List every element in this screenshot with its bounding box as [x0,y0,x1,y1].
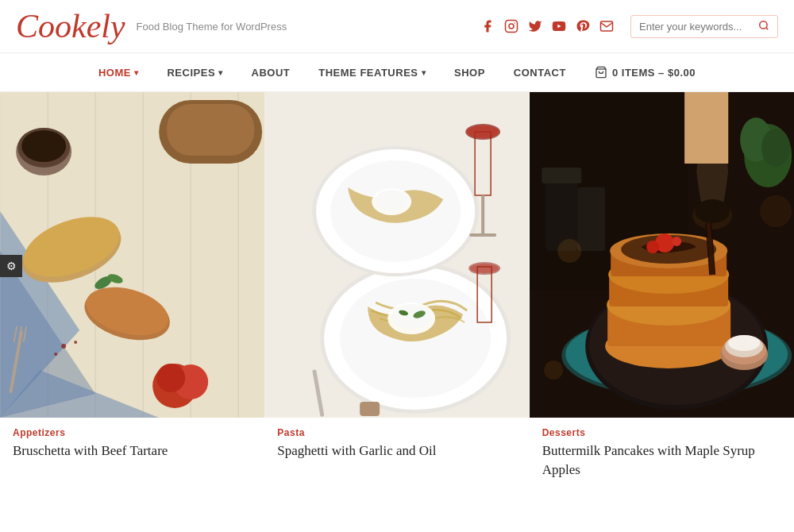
svg-point-1 [509,24,514,29]
svg-point-79 [646,241,659,253]
svg-rect-95 [577,187,605,251]
card-3-title: Buttermilk Pancakes with Maple Syrup App… [530,441,794,480]
svg-rect-30 [167,104,254,156]
nav-item-recipes[interactable]: RECIPES ▾ [152,54,237,91]
card-1: Appetizers Bruschetta with Beef Tartare [0,92,264,488]
social-icons-group [480,18,615,34]
svg-point-97 [760,195,792,227]
search-input[interactable] [639,21,758,33]
settings-gear-button[interactable]: ⚙ [0,255,22,277]
svg-point-34 [54,353,57,356]
svg-rect-62 [360,402,380,416]
logo-area: Cookely Food Blog Theme for WordPress [16,10,287,43]
youtube-icon[interactable] [551,18,567,34]
svg-point-33 [74,341,77,344]
svg-point-55 [467,125,499,138]
facebook-icon[interactable] [480,18,495,34]
svg-rect-89 [684,92,728,164]
svg-point-98 [544,360,563,380]
svg-point-96 [557,239,581,263]
svg-point-4 [760,21,767,28]
card-3-image[interactable] [530,92,794,418]
nav-item-theme-features[interactable]: THEME FEATURES ▾ [304,54,440,91]
header-right [480,15,778,38]
cart-icon [595,66,607,79]
chevron-down-icon: ▾ [422,68,426,77]
svg-rect-56 [481,195,484,235]
cart-label: 0 ITEMS – $0.00 [612,67,696,79]
svg-line-5 [766,27,769,29]
svg-point-84 [728,335,760,351]
chevron-down-icon: ▾ [218,68,223,77]
svg-point-45 [391,304,431,330]
articles-grid: Appetizers Bruschetta with Beef Tartare [0,92,794,488]
nav-item-home[interactable]: HOME ▾ [84,54,153,91]
card-1-image[interactable] [0,92,264,418]
search-bar[interactable] [630,15,778,38]
svg-point-32 [61,344,66,349]
instagram-icon[interactable] [503,18,519,34]
card-1-category: Appetizers [0,418,264,441]
site-logo[interactable]: Cookely [16,10,125,43]
svg-point-23 [156,364,185,392]
svg-point-2 [514,22,515,24]
nav-cart[interactable]: 0 ITEMS – $0.00 [580,53,710,91]
gear-icon: ⚙ [6,260,17,273]
twitter-icon[interactable] [527,18,543,34]
svg-point-86 [695,199,730,223]
svg-point-80 [672,237,681,246]
svg-point-61 [470,264,499,273]
nav-item-about[interactable]: ABOUT [237,54,305,91]
svg-rect-57 [469,233,496,237]
card-3: Desserts Buttermilk Pancakes with Maple … [530,92,794,488]
card-1-title: Bruschetta with Beef Tartare [0,441,264,461]
svg-point-92 [761,129,790,167]
chevron-down-icon: ▾ [134,68,139,77]
svg-point-52 [376,190,407,210]
nav-item-contact[interactable]: CONTACT [499,54,580,91]
svg-rect-94 [542,168,581,183]
site-tagline: Food Blog Theme for WordPress [137,21,287,33]
card-2-image[interactable] [264,92,529,418]
svg-point-28 [21,130,66,162]
email-icon[interactable] [599,18,615,34]
pinterest-icon[interactable] [575,18,591,34]
svg-rect-0 [506,21,518,33]
search-button[interactable] [758,20,769,33]
card-2: Pasta Spaghetti with Garlic and Oil [264,92,529,488]
card-3-category: Desserts [530,418,794,441]
card-2-title: Spaghetti with Garlic and Oil [264,441,529,461]
nav-item-shop[interactable]: SHOP [440,54,499,91]
main-nav: HOME ▾ RECIPES ▾ ABOUT THEME FEATURES ▾ … [0,53,794,92]
site-header: Cookely Food Blog Theme for WordPress [0,0,794,53]
card-2-category: Pasta [264,418,529,441]
